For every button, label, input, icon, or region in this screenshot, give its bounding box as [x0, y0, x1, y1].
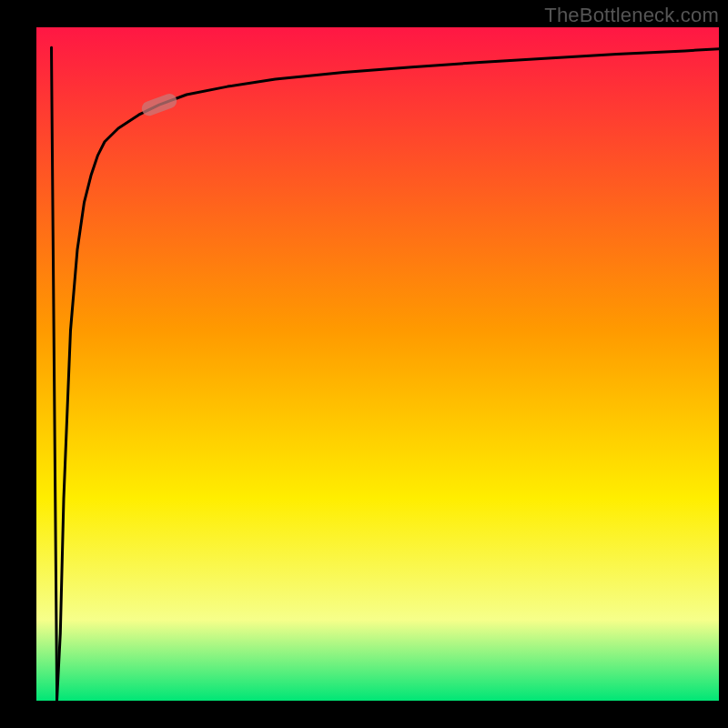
- watermark-text: TheBottleneck.com: [544, 4, 719, 27]
- chart-frame: TheBottleneck.com: [0, 0, 728, 728]
- gradient-background: [36, 27, 719, 701]
- bottleneck-chart: [36, 27, 719, 701]
- chart-svg: [36, 27, 719, 701]
